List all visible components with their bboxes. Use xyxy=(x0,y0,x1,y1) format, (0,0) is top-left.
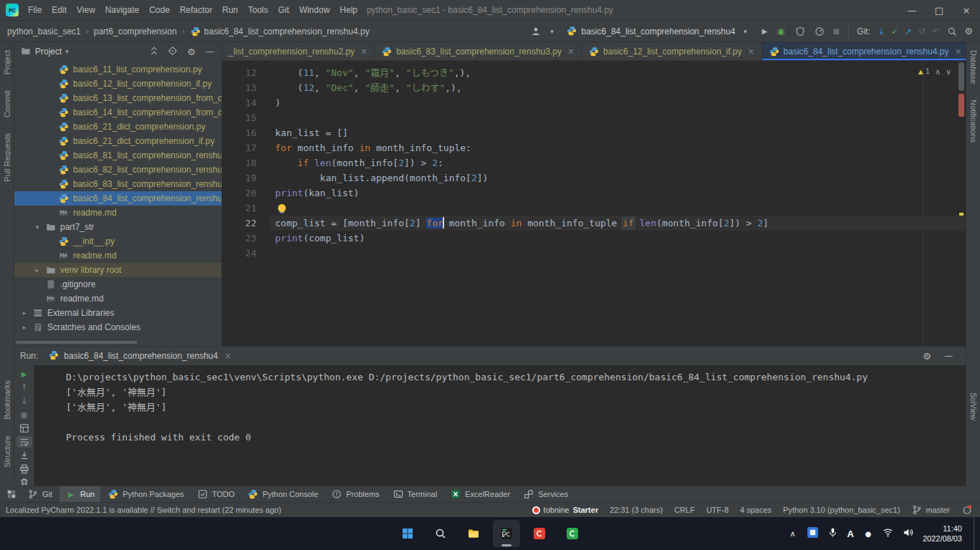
tree-item[interactable]: basic6_11_list_comprehension.py xyxy=(14,62,221,77)
taskbar-red-app-button[interactable] xyxy=(526,520,553,547)
tree-item[interactable]: ▸External Libraries xyxy=(14,306,221,320)
tree-item[interactable]: basic6_21_dict_comprehension_if.py xyxy=(14,134,221,148)
menu-code[interactable]: Code xyxy=(144,0,175,20)
toolwindow-button-problems[interactable]: Problems xyxy=(325,486,385,502)
run-button[interactable]: ▶ xyxy=(759,26,770,37)
tree-item[interactable]: readme.md xyxy=(14,206,221,220)
toolwindow-button-excelreader[interactable]: ExcelReader xyxy=(444,486,516,502)
file-encoding[interactable]: UTF-8 xyxy=(706,506,729,514)
taskbar-green-app-button[interactable] xyxy=(559,520,586,547)
intention-bulb-icon[interactable] xyxy=(278,204,286,212)
python-interpreter[interactable]: Python 3.10 (python_basic_sec1) xyxy=(783,506,900,514)
git-rollback-icon[interactable]: ↶ xyxy=(930,26,941,37)
tree-item[interactable]: ▾part7_str xyxy=(14,220,221,234)
git-branch-widget[interactable]: master xyxy=(911,504,950,516)
tree-item[interactable]: basic6_14_list_comprehension_from_dict_i… xyxy=(14,105,221,120)
tray-wifi[interactable] xyxy=(883,527,894,541)
tray-volume[interactable] xyxy=(903,527,914,541)
tree-item[interactable]: basic6_13_list_comprehension_from_dict.p… xyxy=(14,91,221,105)
code-editor[interactable]: 12131415161718192021222324 (11, "Nov", "… xyxy=(222,61,966,346)
menu-edit[interactable]: Edit xyxy=(47,0,72,20)
taskbar-windows-start-button[interactable] xyxy=(394,520,421,547)
tool-button-notifications[interactable]: Notifications xyxy=(969,92,978,150)
editor-scrollbar[interactable] xyxy=(957,61,966,346)
chevron-down-icon[interactable]: ▾ xyxy=(33,223,42,231)
chevron-right-icon[interactable]: ▸ xyxy=(33,266,42,274)
toolwindow-button-git[interactable]: Git xyxy=(21,486,58,502)
tool-button-pull-requests[interactable]: Pull Requests xyxy=(3,125,11,190)
breadcrumb-item[interactable]: part6_comprehension xyxy=(92,26,178,37)
horizontal-scrollbar[interactable] xyxy=(16,341,138,344)
tool-button-commit[interactable]: Commit xyxy=(3,82,11,125)
toolwindow-button-python-console[interactable]: Python Console xyxy=(241,486,324,502)
stop-button[interactable]: ■ xyxy=(16,409,32,420)
tab-close-icon[interactable]: × xyxy=(224,351,231,361)
user-account-icon[interactable] xyxy=(527,23,544,40)
editor-tab[interactable]: basic6_84_list_comprehension_renshu4.py× xyxy=(762,42,969,60)
error-stripe-mark[interactable] xyxy=(959,94,964,117)
scroll-to-end-button[interactable] xyxy=(16,450,32,461)
up-stack-button[interactable]: ↑ xyxy=(16,382,32,393)
tree-item[interactable]: .gitignore xyxy=(14,277,221,291)
breadcrumb-item[interactable]: basic6_84_list_comprehension_renshu4.py xyxy=(188,26,371,37)
tool-window-switcher-icon[interactable] xyxy=(3,488,20,500)
console-output[interactable]: D:\projects\python_basic_sec1\venv\Scrip… xyxy=(34,365,966,486)
run-tab[interactable]: basic6_84_list_comprehension_renshu4 × xyxy=(44,347,236,365)
taskbar-pycharm-button[interactable] xyxy=(493,520,520,547)
tool-button-bookmarks[interactable]: Bookmarks xyxy=(3,372,11,428)
tray-tray-app[interactable] xyxy=(807,527,819,541)
caret-position[interactable]: 22:31 (3 chars) xyxy=(610,506,663,514)
line-separator[interactable]: CRLF xyxy=(674,506,695,514)
menu-refactor[interactable]: Refactor xyxy=(175,0,217,20)
menu-view[interactable]: View xyxy=(72,0,100,20)
tray-status-dot[interactable]: ● xyxy=(863,528,874,539)
rerun-button[interactable]: ▶ xyxy=(16,368,32,380)
profiler-button[interactable] xyxy=(811,23,828,40)
tree-item[interactable]: readme.md xyxy=(14,291,221,306)
tool-button-structure[interactable]: Structure xyxy=(3,428,11,476)
close-button[interactable]: × xyxy=(953,0,980,20)
menu-navigate[interactable]: Navigate xyxy=(100,0,144,20)
editor-tab[interactable]: basic6_83_list_comprehension_renshu3.py× xyxy=(375,42,582,60)
hide-panel-icon[interactable]: — xyxy=(943,350,954,362)
taskbar-file-explorer-button[interactable] xyxy=(460,520,487,547)
taskbar-clock[interactable]: 11:402022/08/03 xyxy=(923,524,962,544)
tab-close-icon[interactable]: × xyxy=(567,47,575,57)
debug-button[interactable] xyxy=(772,23,789,40)
search-everywhere-icon[interactable] xyxy=(943,23,961,40)
down-stack-button[interactable]: ↓ xyxy=(16,395,32,407)
prev-problem-icon[interactable]: ∧ xyxy=(935,64,941,79)
show-desktop-button[interactable] xyxy=(974,517,977,550)
settings-gear-icon[interactable]: ⚙ xyxy=(963,26,974,37)
toolwindow-button-services[interactable]: Services xyxy=(517,486,574,502)
stop-button[interactable]: ■ xyxy=(830,26,842,37)
warning-count[interactable]: ▲ 1 xyxy=(918,64,930,79)
tab-close-icon[interactable]: × xyxy=(954,47,961,57)
menu-help[interactable]: Help xyxy=(335,0,362,20)
toolwindow-button-python-packages[interactable]: Python Packages xyxy=(102,486,190,502)
indent-style[interactable]: 4 spaces xyxy=(740,506,772,514)
tree-item[interactable]: basic6_81_list_comprehension_renshu1.py xyxy=(14,148,221,163)
chevron-down-icon[interactable]: ▾ xyxy=(65,48,69,55)
tool-button-sciview[interactable]: SciView xyxy=(969,385,978,428)
status-message[interactable]: Localized PyCharm 2022.1.1 is available … xyxy=(6,506,282,514)
warning-stripe-mark[interactable] xyxy=(959,213,964,216)
git-update-icon[interactable]: ↓ xyxy=(875,26,887,37)
editor-tab[interactable]: basic6_12_list_comprehension_if.py× xyxy=(582,42,762,60)
breadcrumb-item[interactable]: python_basic_sec1 xyxy=(6,26,82,37)
locate-file-icon[interactable] xyxy=(167,45,178,58)
project-panel-title[interactable]: Project xyxy=(35,47,62,57)
tray-chevron-up[interactable]: ∧ xyxy=(787,528,799,539)
menu-file[interactable]: File xyxy=(23,0,47,20)
git-commit-icon[interactable]: ✓ xyxy=(889,26,900,37)
menu-run[interactable]: Run xyxy=(217,0,243,20)
restore-layout-button[interactable] xyxy=(16,423,32,434)
chevron-right-icon[interactable]: ▸ xyxy=(20,324,29,331)
tree-item[interactable]: ▸venv library root xyxy=(14,263,221,277)
update-available-icon[interactable] xyxy=(961,504,973,516)
tab-close-icon[interactable]: × xyxy=(360,47,368,57)
tool-button-database[interactable]: Database xyxy=(969,42,978,92)
toolwindow-button-terminal[interactable]: Terminal xyxy=(387,486,443,502)
menu-tools[interactable]: Tools xyxy=(243,0,273,20)
tree-item[interactable]: __init__.py xyxy=(14,234,221,249)
